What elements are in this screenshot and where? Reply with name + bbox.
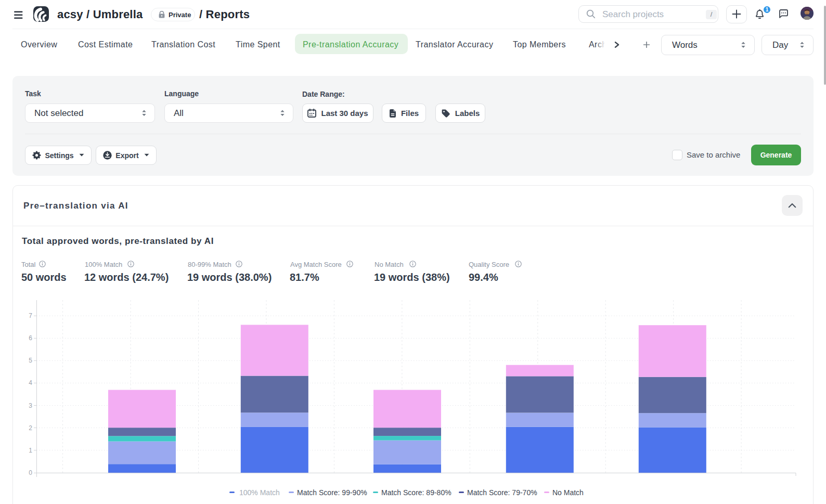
svg-text:2: 2 — [29, 424, 32, 432]
svg-text:5: 5 — [29, 357, 32, 364]
svg-text:6: 6 — [29, 334, 32, 342]
svg-text:3: 3 — [29, 402, 32, 409]
svg-text:4: 4 — [29, 379, 32, 386]
svg-text:7: 7 — [29, 312, 32, 319]
svg-text:0: 0 — [29, 469, 32, 476]
svg-text:1: 1 — [29, 447, 32, 454]
